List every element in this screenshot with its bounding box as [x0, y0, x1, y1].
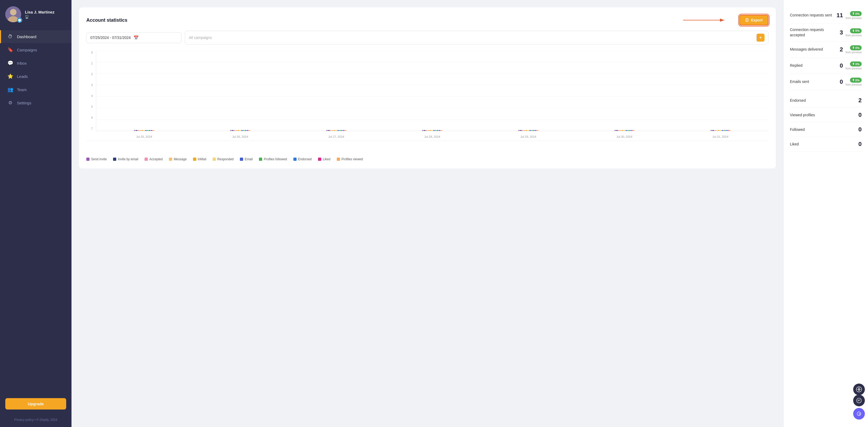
sidebar-item-settings[interactable]: ⚙ Settings — [0, 96, 71, 110]
sidebar-item-inbox[interactable]: 💬 Inbox — [0, 56, 71, 70]
y-label-6: 6 — [86, 116, 94, 119]
support-fab[interactable] — [853, 408, 865, 420]
bar — [437, 130, 438, 131]
stat-label: Messages delivered — [790, 47, 823, 52]
legend-responded: Responded — [213, 157, 234, 161]
settings-icon: ⚙ — [7, 100, 13, 106]
bar — [336, 130, 337, 131]
legend-liked: Liked — [318, 157, 331, 161]
sidebar-item-campaigns[interactable]: 🔖 Campaigns — [0, 43, 71, 56]
stat-connections-accepted: Connection requests accepted 3 ⬆ 0% from… — [790, 24, 862, 41]
svg-point-9 — [859, 415, 859, 415]
bar — [431, 130, 433, 131]
legend-accepted: Accepted — [145, 157, 163, 161]
bar — [328, 130, 330, 131]
legend-dot — [213, 158, 216, 161]
sidebar-item-dashboard[interactable]: ⏱ Dashboard — [0, 30, 71, 43]
campaign-placeholder: All campaigns — [189, 35, 212, 40]
x-label-1: Jul 25, 2024 — [136, 135, 152, 138]
legend-email: Email — [240, 157, 253, 161]
chart-container: 7 6 5 4 3 2 1 0 — [86, 51, 769, 141]
dashboard-icon: ⏱ — [7, 34, 13, 39]
bar — [136, 130, 137, 131]
stat-value: 0 — [859, 126, 862, 133]
sidebar-footer: Privacy policy • © Dripify, 2024 — [0, 415, 71, 427]
x-axis: Jul 25, 2024 Jul 26, 2024 Jul 27, 2024 J… — [96, 135, 769, 138]
campaign-filter[interactable]: All campaigns + — [185, 31, 769, 44]
date-group — [288, 130, 384, 131]
stat-value: 11 — [835, 12, 843, 19]
bar — [238, 130, 239, 131]
bar — [143, 130, 145, 131]
profile-info: Lisa J. Martinez 🖥️ — [25, 10, 66, 19]
bar — [625, 130, 627, 131]
date-filter[interactable]: 07/25/2024 - 07/31/2024 📅 — [86, 32, 182, 43]
sidebar: Lisa J. Martinez 🖥️ ⏱ Dashboard 🔖 Campai… — [0, 0, 71, 427]
bar — [153, 130, 154, 131]
stat-label: Replied — [790, 63, 802, 68]
stat-right: 0 ⬆ 0% from previous — [835, 78, 862, 86]
sidebar-item-team[interactable]: 👥 Team — [0, 83, 71, 96]
status-badge: ⬆ 0% — [850, 45, 862, 50]
stat-right: 3 ⬆ 0% from previous — [835, 28, 862, 37]
stat-endorsed: Endorsed 2 — [790, 93, 862, 108]
legend-profiles-viewed: Profiles viewed — [337, 157, 363, 161]
bar — [729, 130, 731, 131]
legend-dot — [259, 158, 262, 161]
stat-value: 0 — [859, 112, 862, 118]
status-badge: ⬆ 0% — [850, 11, 862, 16]
export-area: Export — [683, 15, 769, 25]
x-label-4: Jul 28, 2024 — [424, 135, 440, 138]
bar — [522, 130, 524, 131]
bar — [518, 130, 520, 131]
annotation-arrow — [683, 15, 736, 25]
bar — [727, 130, 729, 131]
upgrade-button[interactable]: Upgrade — [5, 398, 66, 409]
legend-inmail: InMail — [193, 157, 206, 161]
profile-tag: 🖥️ — [25, 15, 66, 19]
bar — [714, 130, 716, 131]
stat-label: Liked — [790, 142, 799, 146]
translate-fab[interactable] — [853, 384, 865, 395]
legend-dot — [169, 158, 172, 161]
leads-icon: ⭐ — [7, 73, 13, 79]
bar — [345, 130, 346, 131]
stat-viewed-profiles: Viewed profiles 0 — [790, 108, 862, 122]
bar — [239, 130, 241, 131]
date-group — [480, 130, 577, 131]
y-label-3: 3 — [86, 84, 94, 87]
stat-label: Connection requests accepted — [790, 27, 832, 38]
stat-value: 0 — [835, 62, 843, 69]
bar — [134, 130, 135, 131]
export-button[interactable]: Export — [739, 15, 769, 25]
bar — [326, 130, 328, 131]
stat-right: 2 ⬆ 0% from previous — [835, 45, 862, 54]
bar — [332, 130, 333, 131]
legend-invite-by-email: Invite by email — [113, 157, 138, 161]
stat-value: 3 — [835, 29, 843, 36]
legend-dot — [86, 158, 90, 161]
inbox-icon: 💬 — [7, 60, 13, 66]
stat-emails-sent: Emails sent 0 ⬆ 0% from previous — [790, 74, 862, 90]
bar — [627, 130, 629, 131]
stats-panel: Account statistics — [79, 7, 776, 169]
add-campaign-button[interactable]: + — [756, 34, 765, 41]
chart-area: Jul 25, 2024 Jul 26, 2024 Jul 27, 2024 J… — [96, 51, 769, 131]
stat-liked: Liked 0 — [790, 137, 862, 152]
sidebar-item-label: Team — [17, 87, 27, 92]
bar — [424, 130, 426, 131]
legend-dot — [293, 158, 297, 161]
x-label-5: Jul 29, 2024 — [520, 135, 536, 138]
y-label-5: 5 — [86, 105, 94, 108]
sidebar-item-label: Campaigns — [17, 48, 37, 52]
chat-fab[interactable] — [853, 395, 865, 406]
sidebar-item-leads[interactable]: ⭐ Leads — [0, 70, 71, 83]
bar — [614, 130, 616, 131]
stat-label: Connection requests sent — [790, 13, 832, 18]
sidebar-nav: ⏱ Dashboard 🔖 Campaigns 💬 Inbox ⭐ Leads … — [0, 28, 71, 394]
x-label-7: Jul 31, 2024 — [713, 135, 728, 138]
stat-badge-wrap: ⬆ 0% from previous — [845, 11, 862, 20]
bar — [526, 130, 527, 131]
bar — [531, 130, 533, 131]
stat-badge-wrap: ⬆ 0% from previous — [845, 61, 862, 70]
